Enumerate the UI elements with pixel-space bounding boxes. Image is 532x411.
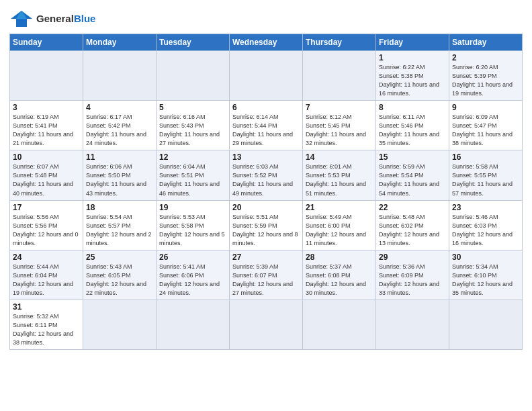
day-number: 19: [159, 203, 226, 212]
calendar-cell: 30Sunrise: 5:34 AM Sunset: 6:10 PM Dayli…: [449, 250, 523, 300]
day-info: Sunrise: 6:03 AM Sunset: 5:52 PM Dayligh…: [232, 163, 300, 197]
weekday-monday: Monday: [83, 34, 157, 51]
weekday-wednesday: Wednesday: [230, 34, 303, 51]
day-info: Sunrise: 6:12 AM Sunset: 5:45 PM Dayligh…: [306, 113, 373, 148]
day-info: Sunrise: 6:11 AM Sunset: 5:46 PM Dayligh…: [379, 113, 446, 148]
calendar-cell: 25Sunrise: 5:43 AM Sunset: 6:05 PM Dayli…: [83, 250, 157, 300]
day-number: 9: [452, 103, 519, 112]
day-number: 28: [306, 253, 373, 262]
calendar-cell: 29Sunrise: 5:36 AM Sunset: 6:09 PM Dayli…: [376, 250, 449, 300]
calendar-cell: [376, 300, 449, 349]
day-number: 7: [306, 103, 373, 112]
calendar-cell: 11Sunrise: 6:06 AM Sunset: 5:50 PM Dayli…: [83, 150, 157, 200]
calendar-cell: 31Sunrise: 5:32 AM Sunset: 6:11 PM Dayli…: [10, 300, 83, 349]
day-number: 8: [379, 103, 446, 112]
calendar-cell: 6Sunrise: 6:14 AM Sunset: 5:44 PM Daylig…: [230, 101, 303, 150]
day-number: 23: [452, 203, 519, 212]
day-number: 3: [13, 103, 80, 112]
calendar-cell: 10Sunrise: 6:07 AM Sunset: 5:48 PM Dayli…: [10, 150, 83, 200]
day-info: Sunrise: 5:37 AM Sunset: 6:08 PM Dayligh…: [306, 263, 373, 298]
page: GeneralBlue SundayMondayTuesdayWednesday…: [0, 0, 532, 355]
calendar-cell: 18Sunrise: 5:54 AM Sunset: 5:57 PM Dayli…: [83, 200, 157, 250]
calendar-cell: 1Sunrise: 6:22 AM Sunset: 5:38 PM Daylig…: [376, 51, 449, 101]
logo: GeneralBlue: [9, 9, 95, 28]
calendar-cell: [10, 51, 83, 101]
day-number: 14: [306, 152, 373, 162]
calendar-cell: 27Sunrise: 5:39 AM Sunset: 6:07 PM Dayli…: [230, 250, 303, 300]
day-info: Sunrise: 5:56 AM Sunset: 5:56 PM Dayligh…: [13, 213, 80, 248]
day-info: Sunrise: 6:01 AM Sunset: 5:53 PM Dayligh…: [306, 163, 373, 197]
calendar-cell: [449, 300, 523, 349]
day-info: Sunrise: 6:07 AM Sunset: 5:48 PM Dayligh…: [13, 163, 80, 197]
calendar-week-6: 31Sunrise: 5:32 AM Sunset: 6:11 PM Dayli…: [10, 300, 523, 349]
day-number: 20: [232, 203, 300, 212]
calendar-week-4: 17Sunrise: 5:56 AM Sunset: 5:56 PM Dayli…: [10, 200, 523, 250]
day-info: Sunrise: 6:04 AM Sunset: 5:51 PM Dayligh…: [159, 163, 226, 197]
day-number: 15: [379, 152, 446, 162]
day-number: 31: [13, 302, 80, 312]
day-info: Sunrise: 5:51 AM Sunset: 5:59 PM Dayligh…: [232, 213, 300, 248]
weekday-sunday: Sunday: [10, 34, 83, 51]
day-info: Sunrise: 5:32 AM Sunset: 6:11 PM Dayligh…: [13, 312, 80, 347]
day-number: 16: [452, 152, 519, 162]
day-info: Sunrise: 6:17 AM Sunset: 5:42 PM Dayligh…: [86, 113, 153, 148]
calendar-cell: [303, 300, 376, 349]
weekday-saturday: Saturday: [449, 34, 523, 51]
calendar-cell: 15Sunrise: 5:59 AM Sunset: 5:54 PM Dayli…: [376, 150, 449, 200]
day-info: Sunrise: 6:14 AM Sunset: 5:44 PM Dayligh…: [232, 113, 300, 148]
day-number: 4: [86, 103, 153, 112]
calendar-cell: 12Sunrise: 6:04 AM Sunset: 5:51 PM Dayli…: [157, 150, 230, 200]
calendar-cell: 17Sunrise: 5:56 AM Sunset: 5:56 PM Dayli…: [10, 200, 83, 250]
day-info: Sunrise: 5:49 AM Sunset: 6:00 PM Dayligh…: [306, 213, 373, 248]
day-info: Sunrise: 5:39 AM Sunset: 6:07 PM Dayligh…: [232, 263, 300, 298]
weekday-header-row: SundayMondayTuesdayWednesdayThursdayFrid…: [10, 34, 523, 51]
day-number: 18: [86, 203, 153, 212]
calendar-cell: [83, 300, 157, 349]
calendar-cell: 2Sunrise: 6:20 AM Sunset: 5:39 PM Daylig…: [449, 51, 523, 101]
day-number: 17: [13, 203, 80, 212]
calendar-cell: 24Sunrise: 5:44 AM Sunset: 6:04 PM Dayli…: [10, 250, 83, 300]
logo-icon: [9, 9, 34, 28]
calendar-cell: [230, 51, 303, 101]
day-number: 10: [13, 152, 80, 162]
day-info: Sunrise: 5:58 AM Sunset: 5:55 PM Dayligh…: [452, 163, 519, 197]
day-info: Sunrise: 5:48 AM Sunset: 6:02 PM Dayligh…: [379, 213, 446, 248]
calendar-cell: 8Sunrise: 6:11 AM Sunset: 5:46 PM Daylig…: [376, 101, 449, 150]
calendar-cell: [157, 51, 230, 101]
day-info: Sunrise: 5:53 AM Sunset: 5:58 PM Dayligh…: [159, 213, 226, 248]
day-number: 22: [379, 203, 446, 212]
day-info: Sunrise: 5:59 AM Sunset: 5:54 PM Dayligh…: [379, 163, 446, 197]
logo-text: GeneralBlue: [36, 13, 95, 25]
day-info: Sunrise: 6:20 AM Sunset: 5:39 PM Dayligh…: [452, 63, 519, 98]
calendar-cell: 7Sunrise: 6:12 AM Sunset: 5:45 PM Daylig…: [303, 101, 376, 150]
calendar-table: SundayMondayTuesdayWednesdayThursdayFrid…: [9, 34, 523, 350]
day-info: Sunrise: 6:06 AM Sunset: 5:50 PM Dayligh…: [86, 163, 153, 197]
day-info: Sunrise: 6:09 AM Sunset: 5:47 PM Dayligh…: [452, 113, 519, 148]
day-number: 27: [232, 253, 300, 262]
day-number: 21: [306, 203, 373, 212]
day-info: Sunrise: 5:54 AM Sunset: 5:57 PM Dayligh…: [86, 213, 153, 248]
day-number: 11: [86, 152, 153, 162]
day-info: Sunrise: 5:44 AM Sunset: 6:04 PM Dayligh…: [13, 263, 80, 298]
day-info: Sunrise: 6:19 AM Sunset: 5:41 PM Dayligh…: [13, 113, 80, 148]
calendar-cell: 20Sunrise: 5:51 AM Sunset: 5:59 PM Dayli…: [230, 200, 303, 250]
calendar-cell: 13Sunrise: 6:03 AM Sunset: 5:52 PM Dayli…: [230, 150, 303, 200]
calendar-cell: 28Sunrise: 5:37 AM Sunset: 6:08 PM Dayli…: [303, 250, 376, 300]
day-info: Sunrise: 6:16 AM Sunset: 5:43 PM Dayligh…: [159, 113, 226, 148]
calendar-week-2: 3Sunrise: 6:19 AM Sunset: 5:41 PM Daylig…: [10, 101, 523, 150]
calendar-cell: 19Sunrise: 5:53 AM Sunset: 5:58 PM Dayli…: [157, 200, 230, 250]
calendar-cell: 26Sunrise: 5:41 AM Sunset: 6:06 PM Dayli…: [157, 250, 230, 300]
day-info: Sunrise: 5:34 AM Sunset: 6:10 PM Dayligh…: [452, 263, 519, 298]
calendar-week-3: 10Sunrise: 6:07 AM Sunset: 5:48 PM Dayli…: [10, 150, 523, 200]
day-number: 26: [159, 253, 226, 262]
calendar-cell: 16Sunrise: 5:58 AM Sunset: 5:55 PM Dayli…: [449, 150, 523, 200]
day-number: 13: [232, 152, 300, 162]
day-number: 30: [452, 253, 519, 262]
weekday-tuesday: Tuesday: [157, 34, 230, 51]
day-number: 12: [159, 152, 226, 162]
day-info: Sunrise: 5:41 AM Sunset: 6:06 PM Dayligh…: [159, 263, 226, 298]
calendar-cell: [83, 51, 157, 101]
weekday-friday: Friday: [376, 34, 449, 51]
calendar-cell: 5Sunrise: 6:16 AM Sunset: 5:43 PM Daylig…: [157, 101, 230, 150]
day-info: Sunrise: 6:22 AM Sunset: 5:38 PM Dayligh…: [379, 63, 446, 98]
